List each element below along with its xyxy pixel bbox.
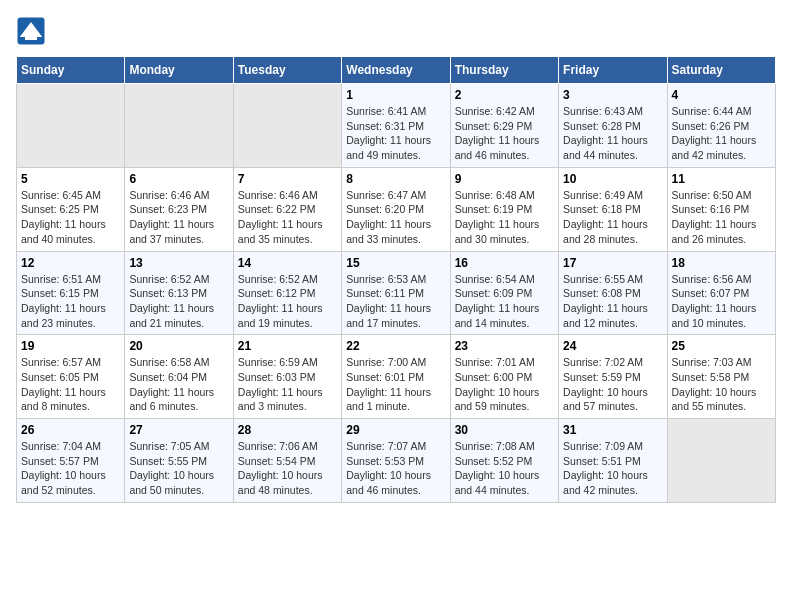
calendar-cell: 3Sunrise: 6:43 AM Sunset: 6:28 PM Daylig… (559, 84, 667, 168)
day-detail: Sunrise: 6:46 AM Sunset: 6:22 PM Dayligh… (238, 188, 337, 247)
calendar-cell: 21Sunrise: 6:59 AM Sunset: 6:03 PM Dayli… (233, 335, 341, 419)
day-number: 19 (21, 339, 120, 353)
day-number: 7 (238, 172, 337, 186)
calendar-cell: 9Sunrise: 6:48 AM Sunset: 6:19 PM Daylig… (450, 167, 558, 251)
calendar-cell: 26Sunrise: 7:04 AM Sunset: 5:57 PM Dayli… (17, 419, 125, 503)
day-detail: Sunrise: 6:48 AM Sunset: 6:19 PM Dayligh… (455, 188, 554, 247)
calendar-cell: 13Sunrise: 6:52 AM Sunset: 6:13 PM Dayli… (125, 251, 233, 335)
calendar-cell: 30Sunrise: 7:08 AM Sunset: 5:52 PM Dayli… (450, 419, 558, 503)
calendar-day-header: Tuesday (233, 57, 341, 84)
day-detail: Sunrise: 6:53 AM Sunset: 6:11 PM Dayligh… (346, 272, 445, 331)
calendar-cell: 6Sunrise: 6:46 AM Sunset: 6:23 PM Daylig… (125, 167, 233, 251)
day-detail: Sunrise: 7:00 AM Sunset: 6:01 PM Dayligh… (346, 355, 445, 414)
day-number: 30 (455, 423, 554, 437)
day-number: 4 (672, 88, 771, 102)
calendar-cell: 11Sunrise: 6:50 AM Sunset: 6:16 PM Dayli… (667, 167, 775, 251)
day-number: 1 (346, 88, 445, 102)
calendar-cell: 28Sunrise: 7:06 AM Sunset: 5:54 PM Dayli… (233, 419, 341, 503)
calendar-week-row: 1Sunrise: 6:41 AM Sunset: 6:31 PM Daylig… (17, 84, 776, 168)
day-number: 6 (129, 172, 228, 186)
day-detail: Sunrise: 6:41 AM Sunset: 6:31 PM Dayligh… (346, 104, 445, 163)
day-number: 18 (672, 256, 771, 270)
day-number: 25 (672, 339, 771, 353)
calendar-cell: 25Sunrise: 7:03 AM Sunset: 5:58 PM Dayli… (667, 335, 775, 419)
day-number: 23 (455, 339, 554, 353)
calendar-cell: 10Sunrise: 6:49 AM Sunset: 6:18 PM Dayli… (559, 167, 667, 251)
day-number: 26 (21, 423, 120, 437)
day-detail: Sunrise: 6:58 AM Sunset: 6:04 PM Dayligh… (129, 355, 228, 414)
day-number: 20 (129, 339, 228, 353)
day-detail: Sunrise: 6:59 AM Sunset: 6:03 PM Dayligh… (238, 355, 337, 414)
calendar-cell: 29Sunrise: 7:07 AM Sunset: 5:53 PM Dayli… (342, 419, 450, 503)
day-detail: Sunrise: 7:06 AM Sunset: 5:54 PM Dayligh… (238, 439, 337, 498)
logo-icon (16, 16, 46, 46)
day-detail: Sunrise: 6:42 AM Sunset: 6:29 PM Dayligh… (455, 104, 554, 163)
day-number: 17 (563, 256, 662, 270)
day-number: 16 (455, 256, 554, 270)
day-detail: Sunrise: 7:07 AM Sunset: 5:53 PM Dayligh… (346, 439, 445, 498)
day-detail: Sunrise: 7:03 AM Sunset: 5:58 PM Dayligh… (672, 355, 771, 414)
day-number: 15 (346, 256, 445, 270)
day-number: 8 (346, 172, 445, 186)
day-detail: Sunrise: 7:02 AM Sunset: 5:59 PM Dayligh… (563, 355, 662, 414)
calendar-day-header: Thursday (450, 57, 558, 84)
day-number: 24 (563, 339, 662, 353)
day-detail: Sunrise: 6:50 AM Sunset: 6:16 PM Dayligh… (672, 188, 771, 247)
day-detail: Sunrise: 7:08 AM Sunset: 5:52 PM Dayligh… (455, 439, 554, 498)
calendar-cell: 1Sunrise: 6:41 AM Sunset: 6:31 PM Daylig… (342, 84, 450, 168)
calendar-week-row: 12Sunrise: 6:51 AM Sunset: 6:15 PM Dayli… (17, 251, 776, 335)
day-detail: Sunrise: 6:51 AM Sunset: 6:15 PM Dayligh… (21, 272, 120, 331)
day-number: 31 (563, 423, 662, 437)
day-number: 2 (455, 88, 554, 102)
calendar-cell: 14Sunrise: 6:52 AM Sunset: 6:12 PM Dayli… (233, 251, 341, 335)
day-detail: Sunrise: 7:01 AM Sunset: 6:00 PM Dayligh… (455, 355, 554, 414)
calendar-day-header: Friday (559, 57, 667, 84)
calendar-cell (667, 419, 775, 503)
calendar-cell: 22Sunrise: 7:00 AM Sunset: 6:01 PM Dayli… (342, 335, 450, 419)
calendar-cell: 5Sunrise: 6:45 AM Sunset: 6:25 PM Daylig… (17, 167, 125, 251)
calendar-day-header: Wednesday (342, 57, 450, 84)
day-number: 22 (346, 339, 445, 353)
calendar-cell: 7Sunrise: 6:46 AM Sunset: 6:22 PM Daylig… (233, 167, 341, 251)
calendar-cell: 12Sunrise: 6:51 AM Sunset: 6:15 PM Dayli… (17, 251, 125, 335)
day-number: 13 (129, 256, 228, 270)
calendar-cell (17, 84, 125, 168)
svg-rect-2 (25, 36, 37, 41)
calendar-cell: 31Sunrise: 7:09 AM Sunset: 5:51 PM Dayli… (559, 419, 667, 503)
calendar-cell: 20Sunrise: 6:58 AM Sunset: 6:04 PM Dayli… (125, 335, 233, 419)
day-number: 10 (563, 172, 662, 186)
day-number: 12 (21, 256, 120, 270)
day-number: 11 (672, 172, 771, 186)
calendar-day-header: Monday (125, 57, 233, 84)
day-number: 29 (346, 423, 445, 437)
day-number: 27 (129, 423, 228, 437)
calendar-cell: 23Sunrise: 7:01 AM Sunset: 6:00 PM Dayli… (450, 335, 558, 419)
calendar-cell: 17Sunrise: 6:55 AM Sunset: 6:08 PM Dayli… (559, 251, 667, 335)
page-header (16, 16, 776, 46)
day-number: 9 (455, 172, 554, 186)
day-detail: Sunrise: 6:44 AM Sunset: 6:26 PM Dayligh… (672, 104, 771, 163)
calendar-day-header: Sunday (17, 57, 125, 84)
calendar-cell: 18Sunrise: 6:56 AM Sunset: 6:07 PM Dayli… (667, 251, 775, 335)
calendar-cell: 8Sunrise: 6:47 AM Sunset: 6:20 PM Daylig… (342, 167, 450, 251)
calendar-week-row: 5Sunrise: 6:45 AM Sunset: 6:25 PM Daylig… (17, 167, 776, 251)
day-detail: Sunrise: 6:52 AM Sunset: 6:12 PM Dayligh… (238, 272, 337, 331)
day-detail: Sunrise: 7:09 AM Sunset: 5:51 PM Dayligh… (563, 439, 662, 498)
calendar-cell: 19Sunrise: 6:57 AM Sunset: 6:05 PM Dayli… (17, 335, 125, 419)
calendar-table: SundayMondayTuesdayWednesdayThursdayFrid… (16, 56, 776, 503)
day-detail: Sunrise: 6:56 AM Sunset: 6:07 PM Dayligh… (672, 272, 771, 331)
calendar-cell: 27Sunrise: 7:05 AM Sunset: 5:55 PM Dayli… (125, 419, 233, 503)
day-detail: Sunrise: 6:49 AM Sunset: 6:18 PM Dayligh… (563, 188, 662, 247)
day-detail: Sunrise: 6:52 AM Sunset: 6:13 PM Dayligh… (129, 272, 228, 331)
day-number: 5 (21, 172, 120, 186)
day-detail: Sunrise: 6:45 AM Sunset: 6:25 PM Dayligh… (21, 188, 120, 247)
calendar-week-row: 26Sunrise: 7:04 AM Sunset: 5:57 PM Dayli… (17, 419, 776, 503)
day-detail: Sunrise: 6:57 AM Sunset: 6:05 PM Dayligh… (21, 355, 120, 414)
day-number: 21 (238, 339, 337, 353)
calendar-header-row: SundayMondayTuesdayWednesdayThursdayFrid… (17, 57, 776, 84)
calendar-cell: 15Sunrise: 6:53 AM Sunset: 6:11 PM Dayli… (342, 251, 450, 335)
day-detail: Sunrise: 6:47 AM Sunset: 6:20 PM Dayligh… (346, 188, 445, 247)
logo (16, 16, 48, 46)
day-number: 14 (238, 256, 337, 270)
day-detail: Sunrise: 6:43 AM Sunset: 6:28 PM Dayligh… (563, 104, 662, 163)
